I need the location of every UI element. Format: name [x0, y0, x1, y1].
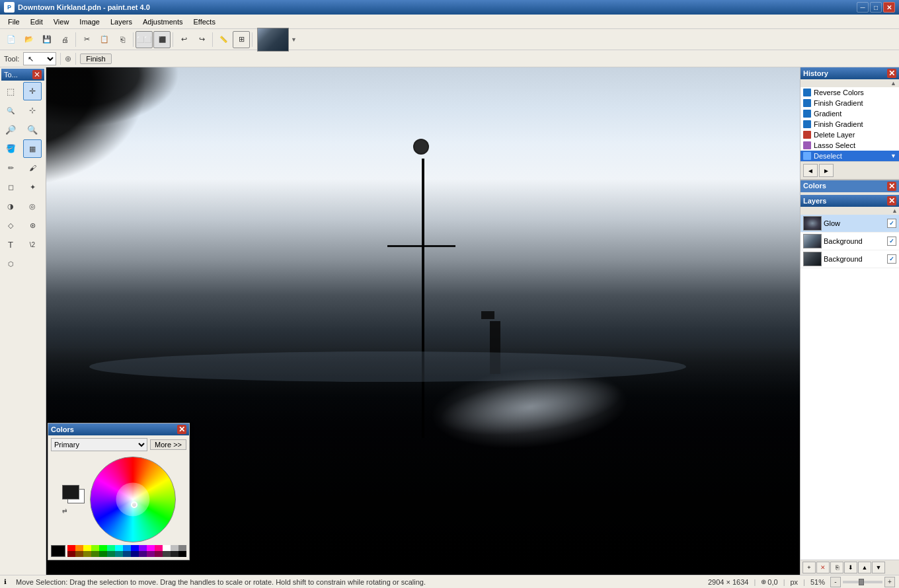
pal-azure[interactable]	[123, 545, 131, 551]
layer-item-background-2[interactable]: Background ✓	[801, 250, 899, 268]
undo-button[interactable]: ◄	[803, 164, 818, 177]
delete-layer-button[interactable]: ✕	[816, 562, 830, 573]
zoom-slider[interactable]	[843, 581, 882, 583]
grid-button[interactable]: ⊞	[233, 31, 250, 48]
paint-bucket-tool[interactable]: 🪣	[1, 139, 20, 158]
gradient-tool[interactable]: ▦	[23, 139, 42, 158]
pal-gray[interactable]	[178, 545, 186, 551]
open-button[interactable]: 📂	[20, 31, 38, 48]
pal-dark-gray[interactable]	[163, 551, 171, 557]
lasso-tool[interactable]: 🔍	[1, 101, 20, 120]
pal-dark-orange[interactable]	[75, 551, 83, 557]
text-tool[interactable]: T	[1, 235, 20, 254]
print-button[interactable]: 🖨	[56, 31, 73, 48]
colors-mode-select[interactable]: Primary Secondary	[51, 438, 147, 451]
layer-visibility-background-2[interactable]: ✓	[887, 254, 896, 264]
tool-select[interactable]: ↖	[23, 52, 56, 65]
pencil-tool[interactable]: ✏	[1, 159, 20, 177]
menu-image[interactable]: Image	[74, 17, 105, 27]
pal-black[interactable]	[178, 551, 186, 557]
pal-darker-gray[interactable]	[171, 551, 178, 557]
pal-silver[interactable]	[171, 545, 178, 551]
ruler-button[interactable]: 📏	[215, 31, 232, 48]
history-item-delete-layer[interactable]: Delete Layer	[801, 129, 899, 140]
pal-purple[interactable]	[147, 551, 155, 557]
layers-scroll-up[interactable]: ▲	[801, 207, 899, 215]
undo-button[interactable]: ↩	[175, 31, 192, 48]
layer-visibility-glow[interactable]: ✓	[887, 219, 896, 228]
color-wheel[interactable]	[90, 457, 176, 542]
duplicate-layer-button[interactable]: ⎘	[830, 562, 843, 573]
pal-yellow-green[interactable]	[91, 545, 99, 551]
minimize-button[interactable]: ─	[857, 2, 869, 13]
pal-blue[interactable]	[131, 545, 139, 551]
magic-wand-tool[interactable]: ⊹	[23, 101, 42, 120]
blur-tool[interactable]: ◎	[23, 197, 42, 215]
eraser-tool[interactable]: ◻	[1, 178, 20, 196]
move-layer-up-button[interactable]: ▲	[858, 562, 871, 573]
shapes-tool[interactable]: \2	[23, 235, 42, 254]
layer-item-background-1[interactable]: Background ✓	[801, 233, 899, 250]
pal-navy[interactable]	[131, 551, 139, 557]
history-item-finish-gradient-2[interactable]: Finish Gradient	[801, 119, 899, 129]
thumbnail-dropdown[interactable]: ▼	[291, 36, 297, 43]
tool-panel-close[interactable]: ✕	[32, 70, 42, 79]
zoom-tool[interactable]: 🔎	[1, 120, 20, 139]
history-dropdown-arrow[interactable]: ▼	[890, 153, 896, 159]
sharpen-tool[interactable]: ◇	[1, 216, 20, 235]
pal-red[interactable]	[67, 545, 75, 551]
pal-green[interactable]	[99, 545, 107, 551]
pal-cyan[interactable]	[115, 545, 123, 551]
pal-rose[interactable]	[155, 545, 163, 551]
history-item-lasso-select[interactable]: Lasso Select	[801, 140, 899, 151]
pal-dark-red[interactable]	[67, 551, 75, 557]
menu-edit[interactable]: Edit	[25, 17, 48, 27]
cut-button[interactable]: ✂	[78, 31, 95, 48]
zoom-out-button[interactable]: -	[830, 577, 841, 587]
menu-adjustments[interactable]: Adjustments	[137, 17, 188, 27]
select-all-button[interactable]: ⬛	[153, 31, 171, 48]
colors-more-button[interactable]: More >>	[150, 439, 186, 450]
recolor-tool[interactable]: ◑	[1, 197, 20, 215]
pal-olive[interactable]	[83, 551, 91, 557]
history-item-finish-gradient-1[interactable]: Finish Gradient	[801, 98, 899, 108]
pal-orange[interactable]	[75, 545, 83, 551]
menu-layers[interactable]: Layers	[105, 17, 137, 27]
move-layer-down-button[interactable]: ▼	[872, 562, 885, 573]
selection-rect-tool[interactable]: ⬚	[1, 82, 20, 100]
red-eye-tool[interactable]: ⊛	[23, 216, 42, 235]
menu-view[interactable]: View	[48, 17, 75, 27]
pal-spring-green[interactable]	[107, 545, 115, 551]
redo-button[interactable]: ↪	[193, 31, 210, 48]
paste-button[interactable]: ⎗	[114, 31, 131, 48]
layer-visibility-background-1[interactable]: ✓	[887, 237, 896, 246]
pal-dark-green[interactable]	[99, 551, 107, 557]
pal-magenta[interactable]	[147, 545, 155, 551]
colors-close-button[interactable]: ✕	[177, 425, 186, 434]
menu-file[interactable]: File	[3, 17, 25, 27]
colors-right-close[interactable]: ✕	[887, 182, 896, 191]
layers-close-button[interactable]: ✕	[887, 196, 896, 205]
menu-effects[interactable]: Effects	[188, 17, 221, 27]
merge-layer-button[interactable]: ⬇	[844, 562, 857, 573]
finish-button[interactable]: Finish	[80, 54, 111, 64]
color-wheel-selector[interactable]	[131, 501, 137, 508]
history-scroll-up[interactable]: ▲	[801, 79, 899, 87]
layer-item-glow[interactable]: Glow ✓	[801, 215, 899, 233]
deselect-button[interactable]: ⬜⬜	[136, 31, 153, 48]
pal-dark-azure[interactable]	[123, 551, 131, 557]
swap-colors-icon[interactable]: ⇄	[62, 507, 86, 514]
history-close-button[interactable]: ✕	[887, 69, 896, 78]
black-swatch[interactable]	[51, 545, 65, 557]
clone-tool[interactable]: ✦	[23, 178, 42, 196]
history-item-reverse-colors[interactable]: Reverse Colors	[801, 87, 899, 98]
pal-white[interactable]	[163, 545, 171, 551]
line-tool[interactable]: ⬡	[1, 254, 20, 273]
foreground-color-swatch[interactable]	[62, 485, 79, 499]
close-button[interactable]: ✕	[883, 2, 895, 13]
copy-button[interactable]: 📋	[96, 31, 113, 48]
brush-tool[interactable]: 🖌	[23, 159, 42, 177]
pal-violet[interactable]	[139, 545, 147, 551]
maximize-button[interactable]: □	[870, 2, 882, 13]
pal-dark-spring-green[interactable]	[107, 551, 115, 557]
